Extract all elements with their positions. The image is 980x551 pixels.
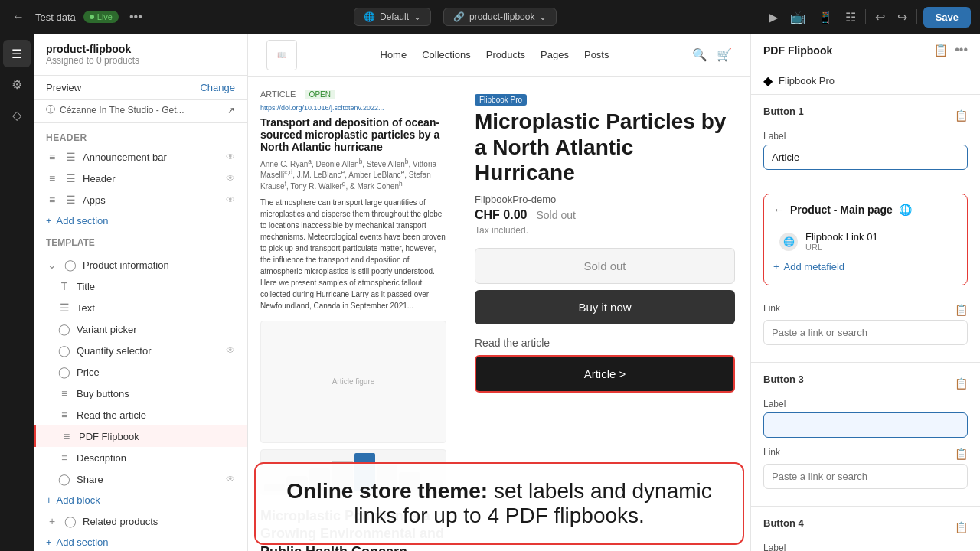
eye-icon5[interactable]: 👁: [226, 474, 235, 484]
button3-link-input[interactable]: [763, 464, 968, 489]
header-section-label: Header: [34, 123, 247, 146]
popup-item-sub: URL: [805, 243, 878, 252]
popup-item-flipbook[interactable]: 🌐 Flipbook Link 01 URL: [773, 225, 958, 258]
search-icon[interactable]: 🔍: [692, 47, 707, 62]
sidebar-icon-apps[interactable]: ◇: [3, 101, 31, 129]
tree-item-text[interactable]: ☰ Text: [34, 297, 247, 318]
demo-label: FlipbookPro-demo: [475, 194, 735, 205]
button3-title: Button 3: [763, 373, 804, 385]
add-section2-btn[interactable]: + Add section: [34, 532, 247, 551]
quantity-selector-label: Quantity selector: [77, 345, 220, 357]
tree-item-description[interactable]: ≡ Description: [34, 447, 247, 468]
tree-item-header[interactable]: ≡ ☰ Header 👁: [34, 168, 247, 189]
popup-section: ← Product - Main page 🌐 🌐 Flipbook Link …: [751, 187, 980, 292]
button3-section: Button 3 📋 Label Link 📋: [751, 363, 980, 507]
undo-icon[interactable]: ↩: [872, 7, 888, 28]
change-link[interactable]: Change: [200, 82, 235, 93]
announcement-bar-label: Announcement bar: [83, 152, 220, 163]
cart-icon[interactable]: 🛒: [717, 47, 732, 62]
mobile-icon[interactable]: 📱: [815, 7, 836, 28]
circle4-icon: ◯: [58, 366, 70, 378]
product-name: product-flipbook: [46, 43, 235, 55]
tree-item-buy-buttons[interactable]: ≡ Buy buttons: [34, 383, 247, 404]
more-icon[interactable]: •••: [955, 43, 968, 57]
tree-item-quantity-selector[interactable]: ◯ Quantity selector 👁: [34, 340, 247, 361]
nav-posts[interactable]: Posts: [584, 49, 609, 60]
tree-item-related-products[interactable]: + ◯ Related products: [34, 510, 247, 532]
label-input[interactable]: [763, 145, 968, 170]
related-products-label: Related products: [83, 516, 235, 527]
list-icon2: ☰: [64, 172, 77, 184]
more-icon[interactable]: •••: [126, 7, 145, 27]
tree-item-product-information[interactable]: ⌄ ◯ Product information: [34, 254, 247, 276]
live-badge: Live: [83, 11, 119, 23]
sold-out-button[interactable]: Sold out: [475, 248, 735, 284]
button3-label-input[interactable]: [763, 412, 968, 438]
button3-copy-icon[interactable]: 📋: [955, 377, 968, 390]
eye-icon[interactable]: 👁: [226, 152, 235, 162]
popup-header: ← Product - Main page 🌐: [773, 204, 958, 216]
link-copy-icon[interactable]: 📋: [955, 304, 968, 316]
circle6-icon: ◯: [64, 515, 77, 527]
article-image: Article figure: [260, 321, 446, 443]
nav-collections[interactable]: Collections: [422, 49, 471, 60]
sidebar-icon-settings[interactable]: ⚙: [3, 70, 31, 98]
nav-products[interactable]: Products: [486, 49, 525, 60]
drag-icon3: ≡: [46, 194, 58, 206]
header-label: Header: [83, 173, 220, 184]
desktop-icon[interactable]: 📺: [787, 7, 808, 28]
globe-icon[interactable]: 🌐 Default ⌄: [354, 8, 431, 26]
product-flipbook-btn[interactable]: 🔗 product-flipbook ⌄: [443, 8, 557, 26]
tree-item-announcement-bar[interactable]: ≡ ☰ Announcement bar 👁: [34, 146, 247, 168]
text2-icon: ☰: [58, 302, 70, 314]
eye-icon2[interactable]: 👁: [226, 173, 235, 184]
flipbook-badge: Flipbook Pro: [475, 94, 527, 106]
eye-icon3[interactable]: 👁: [226, 194, 235, 205]
nav-home[interactable]: Home: [381, 49, 407, 60]
sidebar-icon-layers[interactable]: ☰: [3, 40, 31, 67]
button1-copy-icon[interactable]: 📋: [955, 109, 968, 122]
nav-pages[interactable]: Pages: [541, 49, 569, 60]
add-block-btn[interactable]: + Add block: [34, 490, 247, 510]
link-section: Link 📋: [751, 292, 980, 363]
grid-icon[interactable]: ☷: [842, 7, 859, 28]
bottom-headline: Online store theme: set labels and dynam…: [271, 479, 727, 528]
cursor-icon[interactable]: ▶: [766, 7, 781, 28]
buy-it-now-button[interactable]: Buy it now: [475, 290, 735, 324]
button4-label-label: Label: [763, 543, 968, 551]
tree-item-price[interactable]: ◯ Price: [34, 361, 247, 383]
pdf-flipbook-label: PDF Flipbook: [79, 431, 235, 442]
topbar-left: ← Test data Live •••: [9, 7, 145, 27]
list5-icon: ≡: [58, 452, 70, 464]
read-the-article-label: Read the article: [77, 409, 235, 421]
price-row: CHF 0.00 Sold out: [475, 208, 735, 222]
back-icon[interactable]: ←: [9, 7, 28, 27]
preview-item-label: Cézanne In The Studio - Get...: [60, 105, 223, 116]
eye-icon4[interactable]: 👁: [226, 345, 235, 356]
popup-title: Product - Main page: [790, 204, 893, 216]
article-button[interactable]: Article >: [475, 355, 735, 393]
redo-icon[interactable]: ↪: [894, 7, 910, 28]
save-button[interactable]: Save: [923, 7, 971, 28]
button3-link-copy-icon[interactable]: 📋: [955, 448, 968, 460]
tree-item-read-the-article[interactable]: ≡ Read the article: [34, 404, 247, 425]
add-section-btn[interactable]: + Add section: [34, 210, 247, 231]
topbar: ← Test data Live ••• 🌐 Default ⌄ 🔗 produ…: [0, 0, 980, 34]
tree-item-share[interactable]: ◯ Share 👁: [34, 468, 247, 490]
button4-copy-icon[interactable]: 📋: [955, 521, 968, 533]
tree-item-pdf-flipbook[interactable]: ≡ PDF Flipbook: [34, 425, 247, 447]
product-information-label: Product information: [83, 259, 235, 271]
preview-row: Preview Change: [34, 76, 247, 100]
back-arrow-icon[interactable]: ←: [773, 204, 784, 216]
tree-item-variant-picker[interactable]: ◯ Variant picker: [34, 318, 247, 340]
add-metafield-btn[interactable]: + Add metafield: [773, 258, 958, 276]
price: CHF 0.00: [475, 208, 527, 222]
link-input[interactable]: [763, 320, 968, 345]
plus-icon2: +: [46, 494, 52, 506]
text-label: Text: [77, 302, 235, 314]
external-link-icon[interactable]: ➚: [227, 105, 235, 116]
button4-title: Button 4: [763, 517, 804, 529]
tree-item-apps[interactable]: ≡ ☰ Apps 👁: [34, 189, 247, 210]
copy-icon[interactable]: 📋: [933, 43, 949, 57]
tree-item-title[interactable]: T Title: [34, 276, 247, 297]
